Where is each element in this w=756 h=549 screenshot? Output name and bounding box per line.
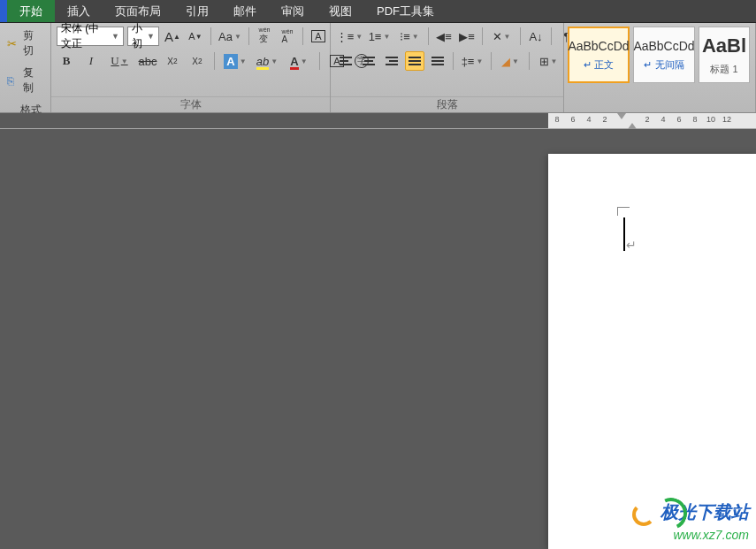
ruler-tick: 2	[602, 115, 607, 124]
align-center-button[interactable]	[359, 51, 378, 71]
bold-button[interactable]: B	[57, 51, 76, 71]
ruler-tick: 8	[692, 115, 697, 124]
align-right-icon	[386, 57, 398, 65]
phonetic-icon: wén变	[259, 27, 271, 45]
separator	[319, 52, 320, 70]
multilevel-button[interactable]: ⁝≡▼	[396, 27, 423, 46]
copy-label: 复制	[23, 65, 43, 95]
font-name-combo[interactable]: 宋体 (中文正▼	[57, 27, 124, 46]
align-distribute-icon	[431, 57, 444, 65]
style-name: 标题 1	[710, 63, 737, 76]
watermark: 极光下载站 www.xz7.com	[627, 498, 749, 542]
group-clipboard: ✂ 剪切 ⎘ 复制 ✎ 格式刷 板	[0, 23, 51, 112]
tab-pdf[interactable]: PDF工具集	[364, 0, 447, 22]
sort-button[interactable]: A↓	[526, 27, 546, 46]
chevron-down-icon: ▼	[551, 57, 558, 65]
change-case-icon: Aa	[218, 30, 233, 43]
copy-button[interactable]: ⎘ 复制	[5, 64, 45, 97]
chevron-down-icon: ▼	[476, 57, 483, 65]
separator	[491, 52, 492, 70]
separator	[551, 27, 552, 45]
italic-button[interactable]: I	[81, 51, 101, 71]
decrease-indent-button[interactable]: ◀≡	[434, 27, 454, 46]
text-fill-button[interactable]: ab▼	[254, 51, 280, 71]
align-distribute-button[interactable]	[428, 51, 447, 71]
font-color-button[interactable]: A▼	[286, 51, 312, 71]
chevron-down-icon: ▼	[121, 57, 128, 65]
style-nospacing[interactable]: AaBbCcDd ↵ 无间隔	[633, 27, 695, 83]
tab-references[interactable]: 引用	[173, 0, 221, 22]
line-spacing-button[interactable]: ‡≡▼	[459, 51, 485, 71]
outdent-icon: ◀≡	[436, 30, 452, 43]
align-right-button[interactable]	[382, 51, 401, 71]
shrink-font-button[interactable]: A▼	[186, 27, 205, 46]
underline-button[interactable]: U▼	[106, 51, 133, 71]
bullets-button[interactable]: ⋮≡▼	[336, 27, 363, 46]
chevron-down-icon: ▼	[412, 33, 419, 41]
ruler-tick: 6	[676, 115, 681, 124]
ruler-tick: 10	[706, 115, 715, 124]
group-styles: AaBbCcDd ↵ 正文 AaBbCcDd ↵ 无间隔 AaBl 标题 1	[564, 23, 756, 112]
tab-insert[interactable]: 插入	[55, 0, 103, 22]
tab-view[interactable]: 视图	[317, 0, 364, 22]
align-center-icon	[363, 57, 375, 65]
increase-indent-button[interactable]: ▶≡	[457, 27, 477, 46]
page[interactable]: ↵	[548, 154, 756, 549]
grow-font-button[interactable]: A▲	[163, 27, 182, 46]
chevron-down-icon: ▼	[147, 32, 155, 41]
ruler-tick: 2	[645, 115, 649, 124]
tab-review[interactable]: 审阅	[269, 0, 317, 22]
watermark-url: www.xz7.com	[627, 528, 749, 542]
highlight-icon: A	[224, 54, 237, 69]
ruler-tick: 4	[661, 115, 665, 124]
align-justify-button[interactable]	[405, 51, 424, 71]
paragraph-mark: ↵	[626, 238, 637, 252]
cut-label: 剪切	[23, 28, 43, 58]
font-size-combo[interactable]: 小初▼	[127, 27, 159, 46]
separator	[210, 27, 211, 45]
phonetic-guide-button[interactable]: wén变	[255, 27, 274, 46]
change-case-button[interactable]: Aa▼	[217, 27, 243, 46]
shrink-font-icon: A	[188, 31, 195, 42]
chevron-down-icon: ▼	[240, 57, 247, 65]
separator	[428, 27, 429, 45]
indent-icon: ▶≡	[459, 30, 475, 43]
tab-mail[interactable]: 邮件	[221, 0, 269, 22]
style-preview: AaBbCcDd	[633, 39, 694, 53]
app-menu-edge[interactable]	[0, 0, 7, 22]
text-direction-button[interactable]: ✕▼	[488, 27, 515, 46]
document-area: ↵ 极光下载站 www.xz7.com	[0, 129, 756, 549]
shading-button[interactable]: ◢▼	[497, 51, 523, 71]
style-name: ↵ 无间隔	[644, 58, 683, 72]
text-highlight-button[interactable]: A▼	[222, 51, 248, 71]
chevron-down-icon: ▼	[301, 57, 308, 65]
separator	[248, 27, 249, 45]
chevron-down-icon: ▼	[234, 33, 241, 41]
chevron-down-icon: ▼	[383, 33, 390, 41]
char-shading-button[interactable]: A	[309, 27, 328, 46]
paragraph-group-label: 段落	[331, 96, 563, 112]
numbering-button[interactable]: 1≡▼	[366, 27, 393, 46]
tab-start[interactable]: 开始	[7, 0, 55, 22]
superscript-button[interactable]: X2	[187, 51, 207, 71]
style-normal[interactable]: AaBbCcDd ↵ 正文	[568, 27, 630, 83]
text-direction-icon: ✕	[493, 30, 502, 43]
bullets-icon: ⋮≡	[336, 30, 355, 43]
hanging-indent-marker[interactable]	[628, 113, 637, 129]
clear-format-button[interactable]: wénA	[278, 27, 297, 46]
first-line-indent-marker[interactable]	[617, 113, 626, 119]
cut-button[interactable]: ✂ 剪切	[5, 27, 45, 60]
group-font: 宋体 (中文正▼ 小初▼ A▲ A▼ Aa▼ wén变 wénA A	[51, 23, 331, 112]
line-spacing-icon: ‡≡	[462, 55, 475, 68]
ruler-tick: 4	[586, 115, 591, 124]
style-heading1[interactable]: AaBl 标题 1	[699, 27, 750, 83]
borders-button[interactable]: ⊞▼	[535, 51, 561, 71]
borders-icon: ⊞	[539, 55, 549, 68]
font-size-value: 小初	[132, 21, 143, 51]
subscript-button[interactable]: X2	[163, 51, 182, 71]
tab-layout[interactable]: 页面布局	[103, 0, 173, 22]
align-left-button[interactable]	[336, 51, 355, 71]
strikethrough-button[interactable]: abc	[138, 51, 157, 71]
chevron-down-icon: ▼	[355, 33, 363, 41]
ruler[interactable]: 8 6 4 2 2 4 6 8 10 12	[0, 113, 756, 129]
